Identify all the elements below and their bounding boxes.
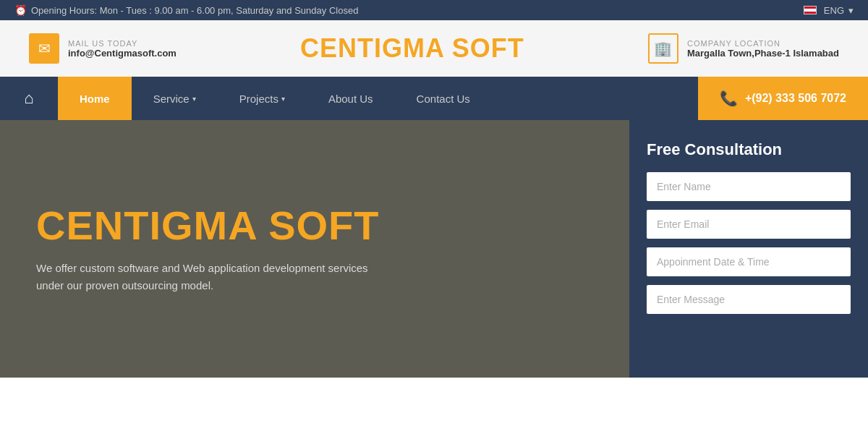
nav-phone[interactable]: 📞 +(92) 333 506 7072 <box>698 77 868 120</box>
nav-home-label: Home <box>80 93 110 105</box>
nav-service-label: Service <box>153 93 190 105</box>
flag-icon <box>804 6 817 14</box>
opening-hours: ⏰ Opening Hours: Mon - Tues : 9.00 am - … <box>14 4 358 16</box>
nav-about-label: About Us <box>328 93 373 105</box>
appointment-input[interactable] <box>647 247 851 276</box>
nav-projects-link[interactable]: Projects ▾ <box>218 77 307 120</box>
phone-icon: 📞 <box>720 90 738 107</box>
navbar: ⌂ Home Service ▾ Projects ▾ About Us Con… <box>0 77 868 120</box>
building-icon: 🏢 <box>654 40 672 57</box>
message-input[interactable] <box>647 285 851 314</box>
consultation-title: Free Consultation <box>647 140 851 159</box>
consultation-panel: Free Consultation <box>629 120 868 378</box>
location-info: 🏢 COMPANY LOCATION Margalla Town,Phase-1… <box>648 33 839 64</box>
hero-title-part1: CENTIGMA <box>36 203 257 248</box>
nav-home-icon[interactable]: ⌂ <box>0 77 58 120</box>
site-header: ✉ MAIL US TODAY info@Centigmasoft.com CE… <box>0 20 868 77</box>
projects-dropdown-arrow: ▾ <box>281 95 285 103</box>
name-input[interactable] <box>647 172 851 201</box>
hero-title: CENTIGMA SOFT <box>36 203 485 248</box>
email-input[interactable] <box>647 210 851 239</box>
hero-content: CENTIGMA SOFT We offer custom software a… <box>0 174 521 323</box>
language-dropdown-arrow: ▾ <box>848 5 854 16</box>
mail-label: MAIL US TODAY <box>68 39 176 48</box>
home-icon: ⌂ <box>24 89 33 108</box>
logo-part1: CENTIGMA <box>300 33 444 63</box>
clock-icon: ⏰ <box>14 4 27 16</box>
mail-value: info@Centigmasoft.com <box>68 48 176 59</box>
mail-icon-box: ✉ <box>29 33 59 64</box>
top-bar: ⏰ Opening Hours: Mon - Tues : 9.00 am - … <box>0 0 868 20</box>
logo-text: CENTIGMA SOFT <box>300 33 524 64</box>
opening-hours-text: Opening Hours: Mon - Tues : 9.00 am - 6.… <box>31 5 358 16</box>
nav-home-link[interactable]: Home <box>58 77 132 120</box>
mail-info: MAIL US TODAY info@Centigmasoft.com <box>68 39 176 59</box>
location-icon-box: 🏢 <box>648 33 678 64</box>
mail-contact: ✉ MAIL US TODAY info@Centigmasoft.com <box>29 33 176 64</box>
logo-part2: SOFT <box>452 33 524 63</box>
hero-title-part2: SOFT <box>268 203 379 248</box>
location-value: Margalla Town,Phase-1 Islamabad <box>687 48 839 59</box>
language-selector[interactable]: ENG ▾ <box>804 5 854 16</box>
phone-number: +(92) 333 506 7072 <box>745 92 846 105</box>
nav-service-link[interactable]: Service ▾ <box>132 77 218 120</box>
nav-about-link[interactable]: About Us <box>307 77 395 120</box>
nav-projects-label: Projects <box>239 93 278 105</box>
nav-contact-label: Contact Us <box>417 93 470 105</box>
location-label: COMPANY LOCATION <box>687 39 839 48</box>
hero-section: CENTIGMA SOFT We offer custom software a… <box>0 120 868 378</box>
service-dropdown-arrow: ▾ <box>192 95 196 103</box>
nav-contact-link[interactable]: Contact Us <box>395 77 492 120</box>
site-logo[interactable]: CENTIGMA SOFT <box>300 33 524 64</box>
hero-subtitle: We offer custom software and Web applica… <box>36 260 485 294</box>
location-details: COMPANY LOCATION Margalla Town,Phase-1 I… <box>687 39 839 59</box>
language-label: ENG <box>824 5 844 16</box>
mail-icon: ✉ <box>38 40 51 57</box>
